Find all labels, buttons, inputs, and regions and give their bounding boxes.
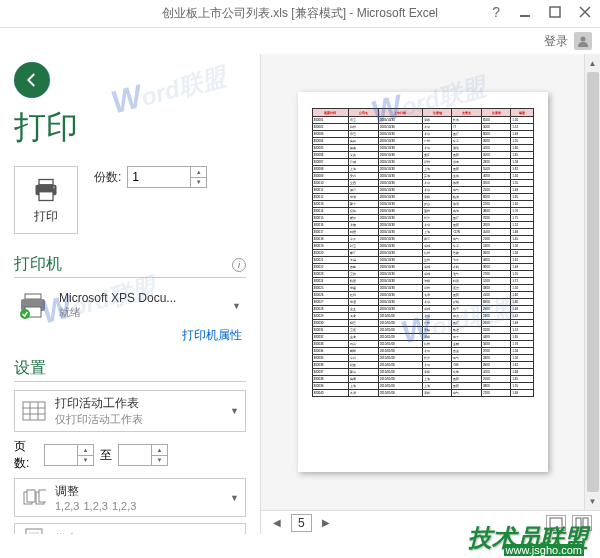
svg-point-10 xyxy=(20,309,30,319)
current-page[interactable]: 5 xyxy=(291,514,312,532)
info-icon[interactable]: i xyxy=(232,258,246,272)
next-page-button[interactable]: ▶ xyxy=(318,515,334,530)
page-to-input[interactable]: ▲▼ xyxy=(118,444,168,466)
chevron-down-icon: ▼ xyxy=(230,493,239,503)
prev-page-button[interactable]: ◀ xyxy=(269,515,285,530)
svg-rect-1 xyxy=(550,7,560,17)
svg-rect-7 xyxy=(25,294,41,299)
printer-section-title: 打印机 xyxy=(14,254,62,275)
compat-mode: [兼容模式] xyxy=(291,6,346,20)
print-what-dropdown[interactable]: 打印活动工作表 仅打印活动工作表 ▼ xyxy=(14,390,246,432)
print-button-label: 打印 xyxy=(34,208,58,225)
printer-properties-link[interactable]: 打印机属性 xyxy=(14,327,246,344)
page-from-up[interactable]: ▲ xyxy=(77,445,93,456)
svg-rect-19 xyxy=(39,490,46,502)
svg-point-6 xyxy=(53,186,55,188)
maximize-button[interactable] xyxy=(540,0,570,24)
back-button[interactable] xyxy=(14,62,50,98)
file-name: 创业板上市公司列表.xls xyxy=(162,6,288,20)
orientation-dropdown[interactable]: 纵向 ▼ xyxy=(14,523,246,534)
page-to-up[interactable]: ▲ xyxy=(151,445,167,456)
chevron-down-icon: ▼ xyxy=(230,406,239,416)
print-button[interactable]: 打印 xyxy=(14,166,78,234)
svg-rect-11 xyxy=(23,402,45,420)
user-avatar-icon[interactable] xyxy=(574,32,592,50)
copies-label: 份数: xyxy=(94,169,121,186)
collate-opt2: 1,2,3 xyxy=(83,500,107,512)
collate-name: 调整 xyxy=(55,483,222,500)
preview-page: 股票代码公司名上市日期注册地主营业注册资每股300001青宝2009/10/30… xyxy=(298,92,548,472)
settings-section-title: 设置 xyxy=(14,358,46,379)
copies-down-button[interactable]: ▼ xyxy=(190,178,206,188)
pages-to-label: 至 xyxy=(100,447,112,464)
chevron-down-icon: ▼ xyxy=(232,301,241,311)
svg-rect-3 xyxy=(39,179,53,184)
printer-device-icon xyxy=(19,292,51,320)
orientation-name: 纵向 xyxy=(55,531,222,535)
print-preview: 股票代码公司名上市日期注册地主营业注册资每股300001青宝2009/10/30… xyxy=(261,54,584,510)
svg-rect-0 xyxy=(520,15,530,17)
app-name: Microsoft Excel xyxy=(357,6,438,20)
help-icon[interactable]: ? xyxy=(492,4,500,20)
worksheet-icon xyxy=(21,400,47,422)
printer-icon xyxy=(32,176,60,204)
svg-point-2 xyxy=(581,37,586,42)
print-what-name: 打印活动工作表 xyxy=(55,395,222,412)
printer-status: 就绪 xyxy=(59,305,224,320)
page-title: 打印 xyxy=(14,106,246,150)
copies-input[interactable]: 1 ▲ ▼ xyxy=(127,166,207,188)
portrait-icon xyxy=(21,528,47,534)
collate-opt3: 1,2,3 xyxy=(112,500,136,512)
close-button[interactable] xyxy=(570,0,600,24)
pages-label: 页数: xyxy=(14,438,38,472)
collate-icon xyxy=(21,487,47,509)
print-what-desc: 仅打印活动工作表 xyxy=(55,412,222,427)
scrollbar-thumb[interactable] xyxy=(587,72,599,492)
page-to-down[interactable]: ▼ xyxy=(151,456,167,466)
scroll-up-button[interactable]: ▲ xyxy=(586,56,600,70)
collate-dropdown[interactable]: 调整 1,2,3 1,2,3 1,2,3 ▼ xyxy=(14,478,246,517)
copies-up-button[interactable]: ▲ xyxy=(190,167,206,178)
printer-name: Microsoft XPS Docu... xyxy=(59,291,224,305)
scroll-down-button[interactable]: ▼ xyxy=(586,494,600,508)
collate-opt1: 1,2,3 xyxy=(55,500,79,512)
page-from-down[interactable]: ▼ xyxy=(77,456,93,466)
login-link[interactable]: 登录 xyxy=(544,33,568,50)
page-from-input[interactable]: ▲▼ xyxy=(44,444,94,466)
svg-rect-17 xyxy=(27,490,35,502)
printer-dropdown[interactable]: Microsoft XPS Docu... 就绪 ▼ xyxy=(14,286,246,325)
minimize-button[interactable] xyxy=(510,0,540,24)
brand-url: www.jsgho.com xyxy=(504,544,584,556)
svg-rect-5 xyxy=(39,191,53,200)
vertical-scrollbar[interactable]: ▲ ▼ xyxy=(584,54,600,510)
